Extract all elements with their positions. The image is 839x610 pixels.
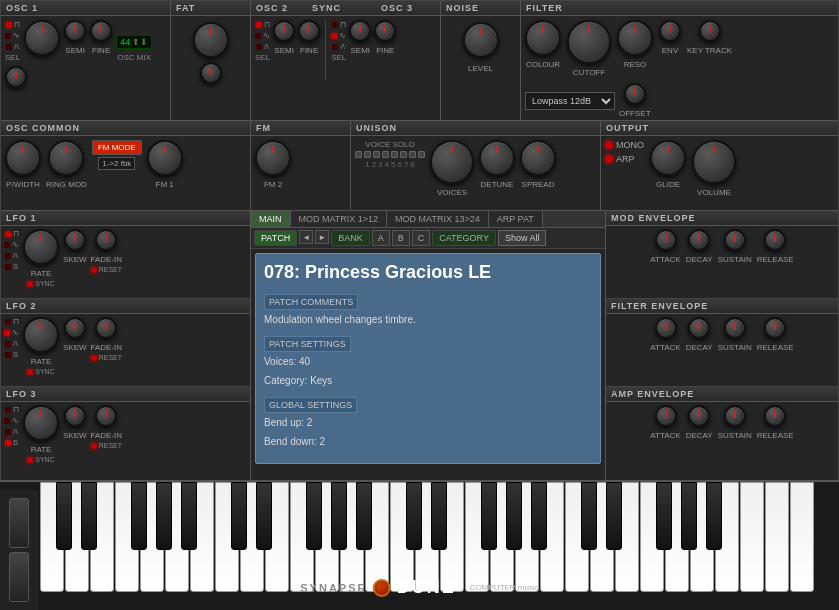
osc2-fine-knob[interactable] xyxy=(298,20,320,42)
osc3-fine-knob[interactable] xyxy=(374,20,396,42)
lfo2-wave-opt-2[interactable]: ∿ xyxy=(4,328,19,337)
black-key[interactable] xyxy=(606,482,622,550)
lfo3-wave-opt-1[interactable]: ⊓ xyxy=(5,405,19,414)
lfo2-fadein-knob[interactable] xyxy=(95,317,117,339)
cat-btn-a[interactable]: A xyxy=(372,230,390,246)
white-key[interactable] xyxy=(790,482,814,592)
white-key[interactable] xyxy=(740,482,764,592)
wave-opt-1[interactable]: ⊓ xyxy=(6,20,20,29)
fm2-knob[interactable] xyxy=(255,140,291,176)
lfo2-wave-opt-3[interactable]: /\ xyxy=(5,339,17,348)
osc2-semi-knob[interactable] xyxy=(273,20,295,42)
lfo3-fadein-knob[interactable] xyxy=(95,405,117,427)
filter-offset-knob[interactable] xyxy=(624,83,646,105)
voice-dot-4[interactable] xyxy=(382,151,389,158)
tab-main[interactable]: MAIN xyxy=(251,211,291,227)
voice-dot-2[interactable] xyxy=(364,151,371,158)
osc-mix-knob[interactable] xyxy=(5,66,27,88)
patch-nav-prev[interactable]: ◄ xyxy=(299,230,313,244)
black-key[interactable] xyxy=(331,482,347,550)
osc1-fine-knob[interactable] xyxy=(90,20,112,42)
fat-knob2[interactable] xyxy=(200,62,222,84)
cat-btn-c[interactable]: C xyxy=(412,230,431,246)
mod-sustain-knob[interactable] xyxy=(724,229,746,251)
lfo3-wave-opt-3[interactable]: /\ xyxy=(5,427,17,436)
black-key[interactable] xyxy=(506,482,522,550)
osc1-main-knob[interactable] xyxy=(24,20,60,56)
fenv-release-knob[interactable] xyxy=(764,317,786,339)
filter-env-knob[interactable] xyxy=(659,20,681,42)
arp-row[interactable]: ARP xyxy=(605,154,644,164)
lfo1-wave-opt-1[interactable]: ⊓ xyxy=(5,229,19,238)
wave-opt-2[interactable]: ∿ xyxy=(5,31,20,40)
fenv-decay-knob[interactable] xyxy=(688,317,710,339)
osc1-arrows[interactable]: ⬆⬇ xyxy=(132,37,148,47)
glide-knob[interactable] xyxy=(650,140,686,176)
lfo1-skew-knob[interactable] xyxy=(64,229,86,251)
wave-opt-3[interactable]: /\ xyxy=(6,42,18,51)
sub-tab-category[interactable]: CATEGORY xyxy=(432,230,496,246)
detune-knob[interactable] xyxy=(479,140,515,176)
lfo2-skew-knob[interactable] xyxy=(64,317,86,339)
black-key[interactable] xyxy=(581,482,597,550)
black-key[interactable] xyxy=(656,482,672,550)
mod-release-knob[interactable] xyxy=(764,229,786,251)
osc3-semi-knob[interactable] xyxy=(349,20,371,42)
lfo3-wave-opt-4[interactable]: S xyxy=(5,438,18,447)
black-key[interactable] xyxy=(531,482,547,550)
mod-decay-knob[interactable] xyxy=(688,229,710,251)
fm1-knob[interactable] xyxy=(147,140,183,176)
osc2-wave-opt-1[interactable]: ⊓ xyxy=(256,20,270,29)
lfo3-skew-knob[interactable] xyxy=(64,405,86,427)
aenv-release-knob[interactable] xyxy=(764,405,786,427)
sub-tab-bank[interactable]: BANK xyxy=(331,230,370,246)
tab-arp-pat[interactable]: ARP PAT xyxy=(489,211,543,227)
black-key[interactable] xyxy=(256,482,272,550)
black-key[interactable] xyxy=(231,482,247,550)
osc2-wave-opt-2[interactable]: ∿ xyxy=(255,31,270,40)
lfo2-wave-opt-1[interactable]: ⊓ xyxy=(5,317,19,326)
volume-knob[interactable] xyxy=(692,140,736,184)
black-key[interactable] xyxy=(131,482,147,550)
spread-knob[interactable] xyxy=(520,140,556,176)
black-key[interactable] xyxy=(481,482,497,550)
black-key[interactable] xyxy=(356,482,372,550)
white-key[interactable] xyxy=(765,482,789,592)
show-all-btn[interactable]: Show All xyxy=(498,230,547,246)
voice-dot-5[interactable] xyxy=(391,151,398,158)
osc3-wave-opt-3[interactable]: /\ xyxy=(332,42,344,51)
fat-knob1[interactable] xyxy=(193,22,229,58)
voice-dot-7[interactable] xyxy=(409,151,416,158)
voices-knob[interactable] xyxy=(430,140,474,184)
osc3-wave-opt-1[interactable]: ⊓ xyxy=(332,20,346,29)
black-key[interactable] xyxy=(56,482,72,550)
black-key[interactable] xyxy=(406,482,422,550)
filter-cutoff-knob[interactable] xyxy=(567,20,611,64)
lfo1-wave-opt-4[interactable]: S xyxy=(5,262,18,271)
ringmod-knob[interactable] xyxy=(48,140,84,176)
voice-dot-6[interactable] xyxy=(400,151,407,158)
filter-colour-knob[interactable] xyxy=(525,20,561,56)
tab-mod-matrix-2[interactable]: MOD MATRIX 13>24 xyxy=(387,211,489,227)
voice-dot-1[interactable] xyxy=(355,151,362,158)
noise-level-knob[interactable] xyxy=(463,22,499,58)
fenv-sustain-knob[interactable] xyxy=(724,317,746,339)
lfo2-wave-opt-4[interactable]: S xyxy=(5,350,18,359)
black-key[interactable] xyxy=(706,482,722,550)
lfo1-wave-opt-2[interactable]: ∿ xyxy=(4,240,19,249)
lfo3-wave-opt-2[interactable]: ∿ xyxy=(4,416,19,425)
voice-dot-3[interactable] xyxy=(373,151,380,158)
fenv-attack-knob[interactable] xyxy=(655,317,677,339)
pwidth-knob[interactable] xyxy=(5,140,41,176)
osc3-wave-opt-2[interactable]: ∿ xyxy=(331,31,346,40)
lfo1-wave-opt-3[interactable]: /\ xyxy=(5,251,17,260)
black-key[interactable] xyxy=(681,482,697,550)
fm-mode-btn[interactable]: FM MODE xyxy=(92,140,142,155)
aenv-attack-knob[interactable] xyxy=(655,405,677,427)
voice-dot-8[interactable] xyxy=(418,151,425,158)
lfo3-rate-knob[interactable] xyxy=(23,405,59,441)
sub-tab-patch[interactable]: PATCH xyxy=(254,230,297,246)
pitch-wheel[interactable] xyxy=(9,498,29,548)
black-key[interactable] xyxy=(156,482,172,550)
filter-type-select[interactable]: Lowpass 12dB xyxy=(525,92,615,110)
